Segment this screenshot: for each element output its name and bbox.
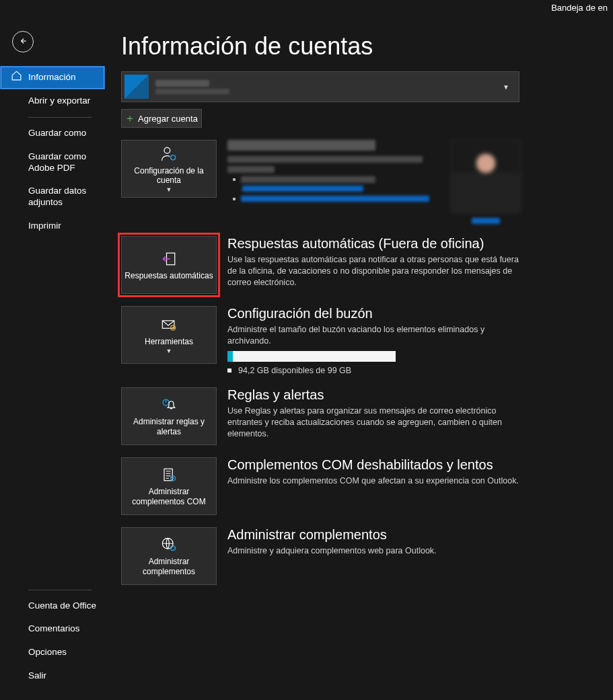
home-icon [11,71,22,85]
nav-label: Guardar datos adjuntos [28,186,86,207]
nav-label: Salir [28,670,46,680]
arrow-left-icon [18,36,28,48]
separator [28,117,92,118]
rules-alerts-tile[interactable]: Administrar reglas y alertas [121,387,217,445]
section-heading: Administrar complementos [227,527,524,543]
redacted-link [241,196,429,202]
redacted-link [472,218,500,224]
nav-guardar-como[interactable]: Guardar como [0,122,105,145]
add-account-label: Agregar cuenta [138,114,198,124]
profile-photo [451,140,521,212]
auto-reply-icon [159,249,178,268]
back-button[interactable] [12,31,34,52]
chevron-down-icon: ▼ [503,83,509,91]
section-heading: Reglas y alertas [227,387,524,403]
com-addins-tile[interactable]: Administrar complementos COM [121,457,217,515]
tile-label: Administrar complementos COM [122,487,216,506]
account-avatar-icon [124,75,149,99]
redacted-link [242,186,363,192]
redacted-text [241,176,375,183]
nav-salir[interactable]: Salir [0,664,105,688]
tile-label: Administrar reglas y alertas [122,417,216,436]
svg-point-0 [164,147,170,153]
section-description: Use las respuestas automáticas para noti… [227,254,524,288]
svg-rect-6 [164,469,172,481]
chevron-down-icon: ▼ [166,186,172,193]
com-addins-icon [159,465,178,484]
redacted-heading [227,140,375,151]
profile-photo-area [451,140,521,224]
nav-label: Cuenta de Office [28,600,96,611]
nav-label: Comentarios [28,623,80,633]
storage-text: 94,2 GB disponibles de 99 GB [238,366,351,375]
nav-label: Guardar como [28,128,86,138]
mailbox-tools-icon [159,315,178,334]
section-heading: Configuración del buzón [227,306,524,321]
rules-alerts-icon [159,395,178,414]
page-title: Información de cuentas [121,32,613,61]
separator [28,590,92,590]
section-heading: Complementos COM deshabilitados y lentos [227,457,524,473]
nav-informacion[interactable]: Información [0,66,105,89]
mailbox-storage-fill [227,351,233,362]
section-description: Administre y adquiera complementos web p… [227,545,524,557]
automatic-replies-tile[interactable]: Respuestas automáticas [121,236,217,294]
nav-comentarios[interactable]: Comentarios [0,617,105,641]
nav-guardar-pdf[interactable]: Guardar como Adobe PDF [0,145,105,180]
mailbox-tools-tile[interactable]: Herramientas ▼ [121,306,217,364]
tile-label: Respuestas automáticas [124,271,213,280]
chevron-down-icon: ▼ [166,348,172,354]
nav-label: Opciones [28,647,67,657]
account-selector-dropdown[interactable]: ▼ [121,71,519,102]
account-info-redacted [155,80,229,94]
person-gear-icon [159,145,178,163]
section-description: Administre el tamaño del buzón vaciando … [227,324,524,347]
backstage-sidebar: Información Abrir y exportar Guardar com… [0,0,105,700]
section-description: Use Reglas y alertas para organizar sus … [227,405,524,440]
add-account-button[interactable]: ＋ Agregar cuenta [121,109,202,128]
redacted-text [227,156,423,163]
mailbox-storage-bar [227,351,396,362]
window-titlebar: Bandeja de en [0,0,613,20]
account-settings-tile[interactable]: Configuración de la cuenta ▼ [121,140,217,198]
section-description: Administre los complementos COM que afec… [227,475,524,487]
nav-label: Guardar como Adobe PDF [28,151,86,173]
section-heading: Respuestas automáticas (Fuera de oficina… [227,236,524,251]
nav-guardar-adjuntos[interactable]: Guardar datos adjuntos [0,180,105,215]
nav-label: Abrir y exportar [28,95,90,106]
bullet-icon [227,368,231,373]
nav-label: Imprimir [28,221,61,231]
tile-label: Configuración de la cuenta [122,166,216,186]
globe-gear-icon [159,535,178,554]
tile-label: Herramientas [145,337,193,346]
tile-label: Administrar complementos [122,557,216,576]
backstage-main: Información de cuentas ▼ ＋ Agregar cuent… [105,0,613,700]
manage-addins-tile[interactable]: Administrar complementos [121,527,217,585]
nav-opciones[interactable]: Opciones [0,641,105,664]
nav-label: Información [28,72,76,82]
redacted-text [227,166,275,173]
plus-icon: ＋ [122,112,138,126]
nav-cuenta-office[interactable]: Cuenta de Office [0,594,105,618]
nav-abrir-exportar[interactable]: Abrir y exportar [0,89,105,113]
nav-imprimir[interactable]: Imprimir [0,215,105,238]
